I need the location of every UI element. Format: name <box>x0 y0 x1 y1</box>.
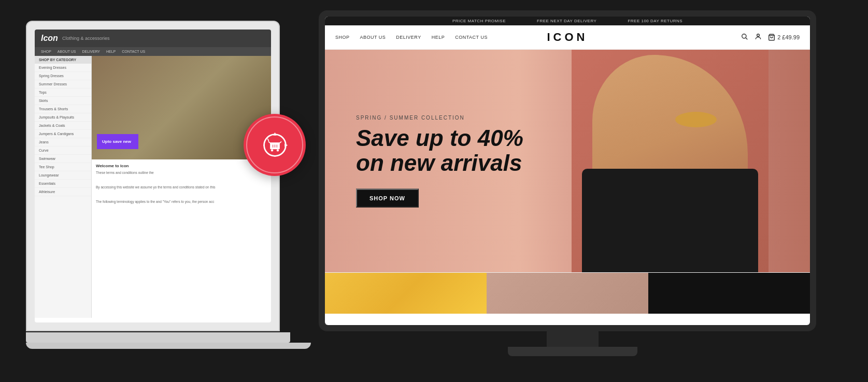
svg-rect-6 <box>270 143 280 149</box>
laptop-main: Upto save new Welcome to Icon These term… <box>92 56 271 318</box>
welcome-title: Welcome to Icon <box>96 164 267 168</box>
laptop-tagline: Clothing & accessories <box>62 36 110 41</box>
hero-glasses <box>675 112 717 127</box>
monitor-device: PRICE MATCH PROMISE FREE NEXT DAY DELIVE… <box>319 10 827 373</box>
list-item[interactable]: Tee Shop <box>35 163 91 171</box>
svg-point-0 <box>742 34 746 38</box>
monitor-screen: PRICE MATCH PROMISE FREE NEXT DAY DELIVE… <box>325 17 810 325</box>
laptop-nav-contact[interactable]: CONTACT US <box>122 50 145 53</box>
welcome-text-1: These terms and conditions outline the <box>96 170 267 175</box>
laptop-nav-shop[interactable]: SHOP <box>41 50 51 53</box>
svg-marker-5 <box>284 143 288 147</box>
topbar-delivery: FREE NEXT DAY DELIVERY <box>537 19 596 23</box>
list-item[interactable]: Essentials <box>35 180 91 188</box>
monitor-nav-about[interactable]: ABOUT US <box>360 35 386 40</box>
list-item[interactable]: Swimwear <box>35 155 91 163</box>
list-item[interactable]: Curve <box>35 146 91 155</box>
laptop-nav-help[interactable]: HELP <box>106 50 116 53</box>
list-item[interactable]: Loungewear <box>35 171 91 180</box>
list-item[interactable]: Trousers & Shorts <box>35 105 91 113</box>
cart-count: 2 £49.99 <box>777 34 800 40</box>
monitor-topbar: PRICE MATCH PROMISE FREE NEXT DAY DELIVE… <box>325 17 810 25</box>
laptop-sidebar: SHOP BY CATEGORY Evening Dresses Spring … <box>35 56 92 318</box>
search-icon[interactable] <box>741 33 748 41</box>
list-item[interactable]: Summer Dresses <box>35 80 91 89</box>
laptop-device: Icon Clothing & accessories SHOP ABOUT U… <box>26 21 290 362</box>
sidebar-title: SHOP BY CATEGORY <box>35 56 91 64</box>
topbar-returns: FREE 100 DAY RETURNS <box>628 19 682 23</box>
svg-point-2 <box>757 34 760 37</box>
monitor-nav-shop[interactable]: SHOP <box>335 35 350 40</box>
monitor-nav-right: 2 £49.99 <box>645 33 800 41</box>
list-item[interactable]: Evening Dresses <box>35 64 91 72</box>
monitor-logo: ICON <box>490 31 645 44</box>
svg-point-8 <box>276 149 278 151</box>
scene: Icon Clothing & accessories SHOP ABOUT U… <box>0 0 868 382</box>
monitor-nav-help[interactable]: HELP <box>432 35 445 40</box>
welcome-text-3: The following terminology applies to the… <box>96 199 267 204</box>
list-item[interactable]: Jackets & Coats <box>35 122 91 130</box>
thumbnail-2[interactable] <box>487 273 648 314</box>
shop-now-button[interactable]: Shop now <box>356 188 419 207</box>
svg-line-1 <box>746 38 747 39</box>
laptop-nav-delivery[interactable]: DELIVERY <box>82 50 101 53</box>
list-item[interactable]: Jumpsuits & Playsuits <box>35 113 91 122</box>
laptop-nav-about[interactable]: ABOUT US <box>58 50 76 53</box>
monitor-nav-contact[interactable]: CONTACT US <box>455 35 488 40</box>
svg-marker-4 <box>273 132 277 135</box>
laptop-foot <box>26 343 311 349</box>
laptop-content: SHOP BY CATEGORY Evening Dresses Spring … <box>35 56 271 318</box>
cart-overlay <box>244 114 306 176</box>
list-item[interactable]: Skirts <box>35 97 91 105</box>
monitor-base <box>508 347 637 356</box>
laptop-header: Icon Clothing & accessories <box>35 30 271 47</box>
welcome-text-2: By accessing this website we assume yo t… <box>96 185 267 190</box>
laptop-nav: SHOP ABOUT US DELIVERY HELP CONTACT US <box>35 47 271 56</box>
list-item[interactable]: Athleisure <box>35 188 91 196</box>
user-icon[interactable] <box>755 33 762 41</box>
hero-title: Save up to 40% on new arrivals <box>356 126 523 176</box>
cart-circle <box>244 114 306 176</box>
monitor-hero: SPRING / SUMMER COLLECTION Save up to 40… <box>325 50 810 272</box>
hero-subtitle: SPRING / SUMMER COLLECTION <box>356 115 523 121</box>
monitor-frame: PRICE MATCH PROMISE FREE NEXT DAY DELIVE… <box>319 10 816 331</box>
list-item[interactable]: Jumpers & Cardigans <box>35 130 91 138</box>
hero-figure <box>572 50 769 272</box>
laptop-logo: Icon <box>41 34 58 43</box>
monitor-nav-delivery[interactable]: DELIVERY <box>396 35 421 40</box>
monitor-nav-left: SHOP ABOUT US DELIVERY HELP CONTACT US <box>335 35 490 40</box>
promo-box: Upto save new <box>97 134 138 149</box>
monitor-nav: SHOP ABOUT US DELIVERY HELP CONTACT US I… <box>325 25 810 50</box>
laptop-base <box>26 332 290 343</box>
topbar-promise: PRICE MATCH PROMISE <box>452 19 506 23</box>
laptop-screen: Icon Clothing & accessories SHOP ABOUT U… <box>35 30 271 322</box>
product-thumbnails <box>325 272 810 314</box>
hero-text: SPRING / SUMMER COLLECTION Save up to 40… <box>356 115 523 208</box>
cart-refresh-icon <box>261 131 289 159</box>
monitor-stand <box>547 331 599 347</box>
list-item[interactable]: Spring Dresses <box>35 72 91 80</box>
laptop-frame: Icon Clothing & accessories SHOP ABOUT U… <box>26 21 280 331</box>
thumbnail-3[interactable] <box>648 273 810 314</box>
cart-icon[interactable]: 2 £49.99 <box>768 34 800 41</box>
list-item[interactable]: Jeans <box>35 138 91 146</box>
svg-point-7 <box>271 149 273 151</box>
list-item[interactable]: Tops <box>35 89 91 97</box>
thumbnail-1[interactable] <box>325 273 487 314</box>
